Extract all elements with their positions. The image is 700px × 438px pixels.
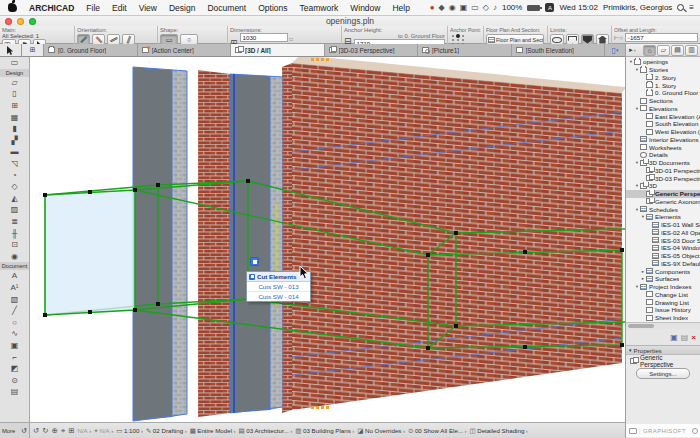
menubar-user[interactable]: Primikiris, Georgios [603,3,672,12]
tab-3d-03-perspective[interactable]: [3D-03 Perspective] [325,44,419,56]
tool-mesh[interactable]: ◭ [0,193,29,205]
tree-item-generic-perspect[interactable]: Generic Perspect [626,190,700,198]
tool-camera[interactable]: ▤ [0,386,29,398]
project-map-button[interactable]: ⌂ [643,45,656,56]
tooltip-row[interactable]: Cuts SW - 013 [247,282,310,292]
tree-item-surfaces[interactable]: ▸Surfaces [626,275,700,283]
menu-view[interactable]: View [133,3,163,13]
3d-style-dropdown[interactable]: ◫Detailed Shading› [470,427,528,435]
layer-combination-dropdown[interactable]: ✎02 Drafting› [146,427,187,435]
tree-item-ies-02-all-oper[interactable]: IES-02 All Oper [626,229,700,237]
tool-slab[interactable]: ▬ [0,146,29,158]
tool-section[interactable]: ⌐ [0,351,29,363]
tree-item-openings[interactable]: ▾openings [626,58,700,66]
publisher-button[interactable]: ▥ [685,45,698,56]
settings-button[interactable]: Settings... [636,368,690,379]
tree-item-west-elevation-au[interactable]: West Elevation (Au [626,128,700,136]
tool-morph[interactable]: ◇ [0,181,29,193]
tree-item-3d-01-perspective[interactable]: 3D-01 Perspective [626,167,700,175]
tree-item-issue-history[interactable]: Issue History [626,306,700,314]
current-tool-button[interactable] [0,44,22,56]
status-app-red-icon[interactable]: ● [430,3,435,13]
tool-fill[interactable]: ▧ [0,293,29,305]
tree-item-ies-05-object-i[interactable]: IES-05 Object I [626,252,700,260]
tool-text[interactable]: A [0,270,29,282]
view-map-button[interactable]: ▱ [657,45,670,56]
forward-icon[interactable]: ↻ [42,426,48,435]
tree-item-elements[interactable]: ▾Elements [626,213,700,221]
tree-item-change-list[interactable]: Change List [626,291,700,299]
structure-display-dropdown[interactable]: ▦Entire Model› [190,427,236,435]
tree-item-south-elevation-a[interactable]: South Elevation (A [626,120,700,128]
fit-icon[interactable]: ⊞ [68,426,74,435]
apple-icon[interactable] [8,3,17,12]
tool-wall[interactable]: ▱ [0,77,29,89]
menu-help[interactable]: Help [386,3,415,13]
tool-marquee[interactable]: ▭ [0,57,29,69]
status-display-icon[interactable]: ▭ [471,3,479,13]
tool-curtain-wall[interactable]: ▦ [0,111,29,123]
status-shield-icon[interactable]: ◉ [449,3,456,13]
3d-viewport[interactable]: Cut Elements Cuts SW - 013 Cuts SW - 014 [30,57,625,422]
tab-0-ground-floor[interactable]: [0. Ground Floor] [44,44,138,56]
tool-roof[interactable]: ◹ [0,158,29,170]
navigator-pointer-icon[interactable]: ►› [628,47,636,53]
tree-item-stories[interactable]: ▾Stories [626,66,700,74]
tree-item-project-indexes[interactable]: ▾Project Indexes [626,283,700,291]
tool-stair[interactable]: ≣ [0,216,29,228]
model-view-options-dropdown[interactable]: ▥03 Building Plans› [295,427,354,435]
tab-3d-all[interactable]: [3D / All] [231,44,325,56]
tab-action-center[interactable]: [Action Center] [138,44,232,56]
tree-item-details[interactable]: Details [626,151,700,159]
tree-item-ies-03-door-sc[interactable]: IES-03 Door Sc [626,236,700,244]
status-box-icon[interactable]: ▣ [460,3,468,13]
pan-icon[interactable]: ⌖ [61,426,65,436]
tree-item-3d[interactable]: ▾3D [626,182,700,190]
tooltip-row[interactable]: Cuts SW - 014 [247,292,310,301]
tool-shell[interactable]: ◔ [0,169,29,181]
control-center-icon[interactable]: ≡ [689,3,694,12]
tree-item-worksheets[interactable]: Worksheets [626,143,700,151]
tree-item-0-ground-floor[interactable]: 0. Ground Floor [626,89,700,97]
menu-edit[interactable]: Edit [106,3,133,13]
status-volume-icon[interactable]: ♪ [493,3,497,13]
tree-item-3d-03-perspectiv[interactable]: 3D-03 Perspectiv [626,174,700,182]
tree-item-3d-documents[interactable]: ▾3D Documents [626,159,700,167]
tree-horizontal-scrollbar[interactable] [626,322,700,329]
offset-field[interactable] [625,33,698,42]
tree-item-1-story[interactable]: 1. Story [626,81,700,89]
width-field[interactable] [240,33,288,42]
tree-item-interior-elevations[interactable]: Interior Elevations [626,136,700,144]
spotlight-search-icon[interactable] [677,4,684,11]
menubar-clock[interactable]: Wed 15:02 [559,3,598,12]
scale-dropdown[interactable]: ▭1:100› [116,427,143,435]
tool-beam[interactable]: ▞ [0,135,29,147]
tool-circle[interactable]: ○ [0,316,29,328]
menu-options[interactable]: Options [252,3,293,13]
tab-list-dropdown[interactable]: ▯▾ [605,44,625,56]
zoom-icon[interactable]: ⊕ [52,426,58,435]
renovation-filter-dropdown[interactable]: N/A› [77,427,91,434]
tree-item-generic-axonomet[interactable]: Generic Axonomet [626,198,700,206]
tree-item-schedules[interactable]: ▾Schedules [626,205,700,213]
tool-window[interactable]: ⊞ [0,100,29,112]
filter-elements-dropdown[interactable]: ⊙00 Show All Ele...› [408,427,467,435]
tool-polyline[interactable]: ∿ [0,328,29,340]
tree-item-2-story[interactable]: 2. Story [626,74,700,82]
tree-item-ies-01-wall-sch[interactable]: IES-01 Wall Sch [626,221,700,229]
tool-elevation[interactable]: ◩ [0,363,29,375]
tab-overview-button[interactable]: ⊞ [22,44,44,56]
tool-zone[interactable]: ▨ [0,204,29,216]
tool-door[interactable]: ▯ [0,88,29,100]
tree-item-east-elevation-au[interactable]: East Elevation (Au [626,112,700,120]
tree-item-ies-04-window[interactable]: IES-04 Window [626,244,700,252]
tool-column[interactable]: ▮ [0,123,29,135]
tab-south-elevation[interactable]: [South Elevation] [512,44,606,56]
menu-archicad[interactable]: ARCHICAD [23,3,80,13]
pen-set-dropdown[interactable]: ▤03 Architectur...› [239,427,293,435]
position-dropdown[interactable]: ⌖N/A› [94,427,113,435]
tree-item-sections[interactable]: Sections [626,97,700,105]
toolbox-more[interactable]: More ↺ [0,422,30,438]
tab-picture1[interactable]: [Picture1] [418,44,512,56]
tree-item-drawing-list[interactable]: Drawing List [626,298,700,306]
